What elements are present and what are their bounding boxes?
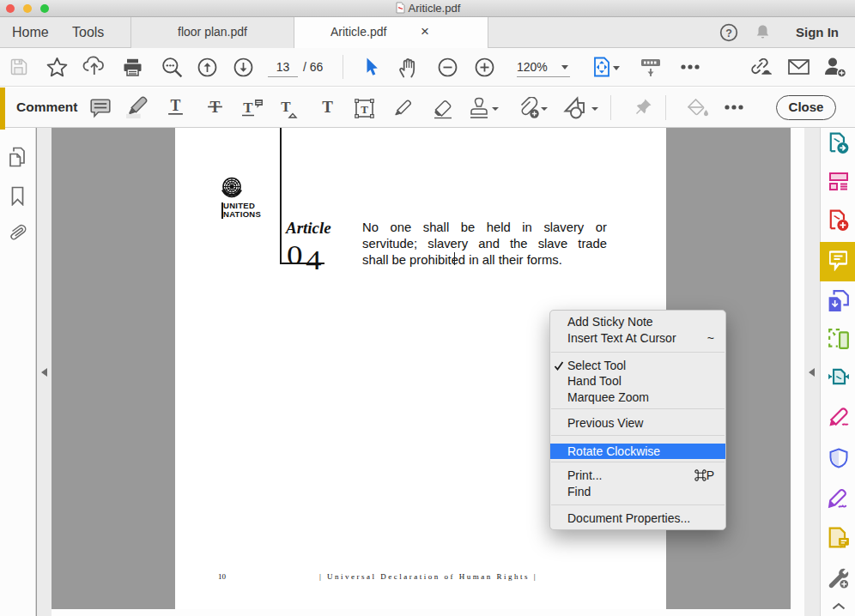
- svg-text:T: T: [361, 103, 368, 116]
- svg-text:T: T: [322, 98, 333, 116]
- svg-text:?: ?: [725, 27, 732, 39]
- svg-text:T: T: [281, 100, 291, 115]
- svg-text:T: T: [171, 98, 181, 114]
- svg-text:T: T: [243, 100, 253, 116]
